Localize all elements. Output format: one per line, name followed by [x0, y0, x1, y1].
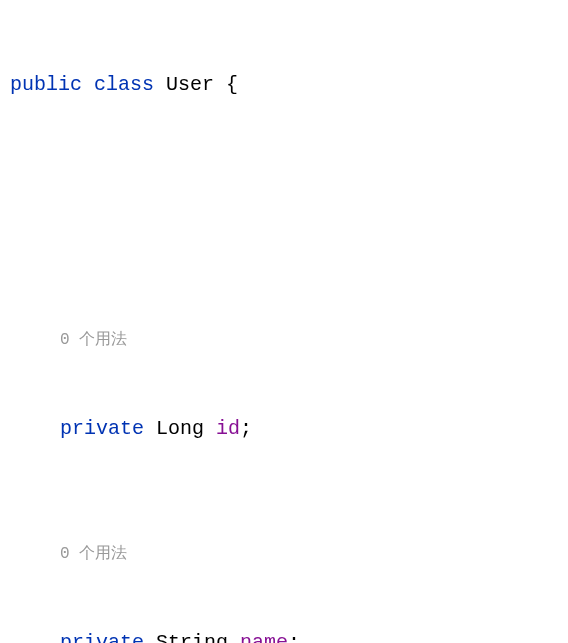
field-declaration-line[interactable]: private Long id; — [10, 414, 558, 444]
field-name: name — [240, 628, 288, 643]
space — [82, 70, 94, 100]
keyword-public: public — [10, 70, 82, 100]
keyword-private: private — [60, 414, 144, 444]
open-brace: { — [214, 70, 238, 100]
space — [228, 628, 240, 643]
usage-hint-line[interactable]: 0 个用法 — [10, 320, 558, 354]
usage-hint: 0 个用法 — [60, 328, 127, 352]
semicolon: ; — [288, 628, 300, 643]
class-name: User — [166, 70, 214, 100]
field-declaration-line[interactable]: private String name; — [10, 628, 558, 643]
semicolon: ; — [240, 414, 252, 444]
keyword-private: private — [60, 628, 144, 643]
keyword-class: class — [94, 70, 154, 100]
space — [144, 628, 156, 643]
space — [144, 414, 156, 444]
field-name: id — [216, 414, 240, 444]
usage-hint: 0 个用法 — [60, 542, 127, 566]
space — [204, 414, 216, 444]
field-type: Long — [156, 414, 204, 444]
usage-hint-line[interactable]: 0 个用法 — [10, 534, 558, 568]
code-block: public class User { 0 个用法 private Long i… — [10, 10, 558, 643]
space — [154, 70, 166, 100]
class-declaration-line[interactable]: public class User { — [10, 70, 558, 100]
field-type: String — [156, 628, 228, 643]
